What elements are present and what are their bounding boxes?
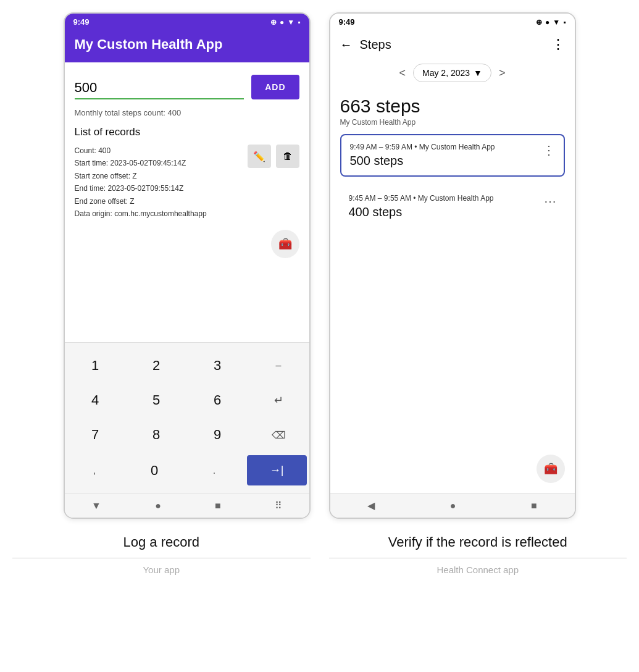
record-end-zone: End zone offset: Z <box>75 197 135 206</box>
right-float-icon: 🧰 <box>544 462 558 476</box>
right-battery-icon: ▪ <box>563 18 566 27</box>
record-steps-1: 500 steps <box>350 154 495 168</box>
key-dot[interactable]: . <box>185 453 244 488</box>
right-label-divider <box>329 558 627 558</box>
keyboard-row-3: 7 8 9 ⌫ <box>65 418 309 452</box>
right-wifi2-icon: ▼ <box>553 18 560 27</box>
list-records-title: List of records <box>65 117 309 141</box>
key-backspace[interactable]: ⌫ <box>248 418 309 452</box>
left-status-bar: 9:49 ⊕ ● ▼ ▪ <box>65 14 309 30</box>
right-nav-bar: ◀ ● ■ <box>330 493 575 518</box>
right-label-col: Verify if the record is reflected Health… <box>329 534 627 575</box>
left-phone-body: 500 ADD Monthly total steps count: 400 L… <box>65 62 309 518</box>
step-input-wrap[interactable]: 500 <box>75 80 244 99</box>
left-wifi-icon: ⊕ <box>270 18 277 27</box>
key-4[interactable]: 4 <box>65 384 126 417</box>
right-nav-back[interactable]: ◀ <box>367 500 375 511</box>
key-2[interactable]: 2 <box>126 349 187 382</box>
key-0[interactable]: 0 <box>125 453 185 488</box>
left-wifi2-icon: ▼ <box>287 18 294 27</box>
record-count: Count: 400 <box>75 146 111 155</box>
steps-big-label: 663 steps <box>340 96 565 117</box>
key-enter[interactable]: ↵ <box>248 384 309 417</box>
right-status-icons: ⊕ ● ▼ ▪ <box>536 18 566 27</box>
key-dash[interactable]: – <box>248 349 309 382</box>
record-more-icon-1[interactable]: ⋮ <box>543 143 555 158</box>
delete-button[interactable]: 🗑 <box>276 145 299 168</box>
left-float-icon: 🧰 <box>278 237 292 251</box>
keyboard-area: 1 2 3 – 4 5 6 ↵ 7 8 9 ⌫ , <box>65 342 309 493</box>
key-7[interactable]: 7 <box>65 418 126 452</box>
more-dots-icon[interactable]: ⋮ <box>551 36 565 52</box>
key-comma[interactable]: , <box>65 453 125 488</box>
key-6[interactable]: 6 <box>187 384 248 417</box>
left-nav-back[interactable]: ▼ <box>91 500 101 511</box>
date-picker-button[interactable]: May 2, 2023 ▼ <box>413 64 491 82</box>
monthly-total: Monthly total steps count: 400 <box>65 102 309 117</box>
record-more-icon-2[interactable]: ⋯ <box>544 194 556 209</box>
keyboard-row-4: , 0 . →| <box>65 453 309 488</box>
left-label-col: Log a record Your app <box>12 534 311 575</box>
keyboard-row-2: 4 5 6 ↵ <box>65 384 309 417</box>
input-row: 500 ADD <box>65 62 309 102</box>
left-status-icons: ⊕ ● ▼ ▪ <box>270 18 300 27</box>
key-3[interactable]: 3 <box>187 349 248 382</box>
record-data-origin: Data origin: com.hc.mycustomhealthapp <box>75 209 207 218</box>
record-block: Count: 400 Start time: 2023-05-02T09:45:… <box>65 141 309 224</box>
right-nav-home[interactable]: ● <box>450 500 456 511</box>
prev-date-arrow[interactable]: < <box>399 67 406 80</box>
left-float-button[interactable]: 🧰 <box>271 230 299 258</box>
keyboard-row-1: 1 2 3 – <box>65 349 309 382</box>
record-card-highlighted[interactable]: 9:49 AM – 9:59 AM • My Custom Health App… <box>340 134 565 177</box>
right-app-header: ← Steps ⋮ <box>330 30 575 59</box>
left-phone: 9:49 ⊕ ● ▼ ▪ My Custom Health App 500 AD… <box>64 12 311 519</box>
date-dropdown-icon: ▼ <box>474 68 482 78</box>
record-time-1: 9:49 AM – 9:59 AM • My Custom Health App <box>350 143 495 151</box>
right-status-bar: 9:49 ⊕ ● ▼ ▪ <box>330 14 575 30</box>
left-nav-bar: ▼ ● ■ ⠿ <box>65 493 309 518</box>
back-arrow-icon[interactable]: ← <box>340 38 353 52</box>
step-input-value[interactable]: 500 <box>75 80 244 99</box>
next-date-arrow[interactable]: > <box>499 67 506 80</box>
left-app-title: My Custom Health App <box>75 36 299 52</box>
record-actions: ✏️ 🗑 <box>248 145 299 168</box>
steps-summary: 663 steps My Custom Health App <box>330 87 575 129</box>
key-1[interactable]: 1 <box>65 349 126 382</box>
steps-source: My Custom Health App <box>340 118 565 127</box>
record-start-time: Start time: 2023-05-02T09:45:14Z <box>75 159 186 167</box>
left-app-header: My Custom Health App <box>65 30 309 62</box>
key-9[interactable]: 9 <box>187 418 248 452</box>
right-signal-icon: ● <box>545 18 549 27</box>
record-time-2: 9:45 AM – 9:55 AM • My Custom Health App <box>349 194 494 203</box>
edit-button[interactable]: ✏️ <box>248 145 271 168</box>
right-label-sub: Health Connect app <box>436 565 519 575</box>
right-header-title: Steps <box>360 38 544 52</box>
add-button[interactable]: ADD <box>251 75 299 99</box>
labels-row: Log a record Your app Verify if the reco… <box>12 534 627 575</box>
left-label-sub: Your app <box>143 565 180 575</box>
left-signal-icon: ● <box>280 18 284 27</box>
record-card-plain[interactable]: 9:45 AM – 9:55 AM • My Custom Health App… <box>340 187 565 227</box>
date-nav: < May 2, 2023 ▼ > <box>330 59 575 87</box>
key-8[interactable]: 8 <box>126 418 187 452</box>
left-nav-square[interactable]: ■ <box>215 500 221 511</box>
record-card-info-2: 9:45 AM – 9:55 AM • My Custom Health App… <box>349 194 494 219</box>
date-label: May 2, 2023 <box>422 68 470 78</box>
record-steps-2: 400 steps <box>349 205 494 219</box>
left-battery-icon: ▪ <box>298 18 300 27</box>
left-nav-grid[interactable]: ⠿ <box>275 500 282 511</box>
right-status-time: 9:49 <box>339 17 355 27</box>
key-5[interactable]: 5 <box>126 384 187 417</box>
record-start-zone: Start zone offset: Z <box>75 172 137 180</box>
right-float-button[interactable]: 🧰 <box>537 455 565 483</box>
left-status-time: 9:49 <box>73 17 90 27</box>
left-label-title: Log a record <box>123 534 199 552</box>
left-nav-home[interactable]: ● <box>155 500 161 511</box>
right-phone: 9:49 ⊕ ● ▼ ▪ ← Steps ⋮ < May 2, 2023 ▼ > <box>329 12 576 519</box>
key-tab[interactable]: →| <box>247 455 307 485</box>
record-info: Count: 400 Start time: 2023-05-02T09:45:… <box>75 145 248 220</box>
right-wifi-icon: ⊕ <box>536 18 542 27</box>
record-card-info-1: 9:49 AM – 9:59 AM • My Custom Health App… <box>350 143 495 168</box>
right-nav-square[interactable]: ■ <box>531 500 537 511</box>
left-label-divider <box>12 558 311 558</box>
